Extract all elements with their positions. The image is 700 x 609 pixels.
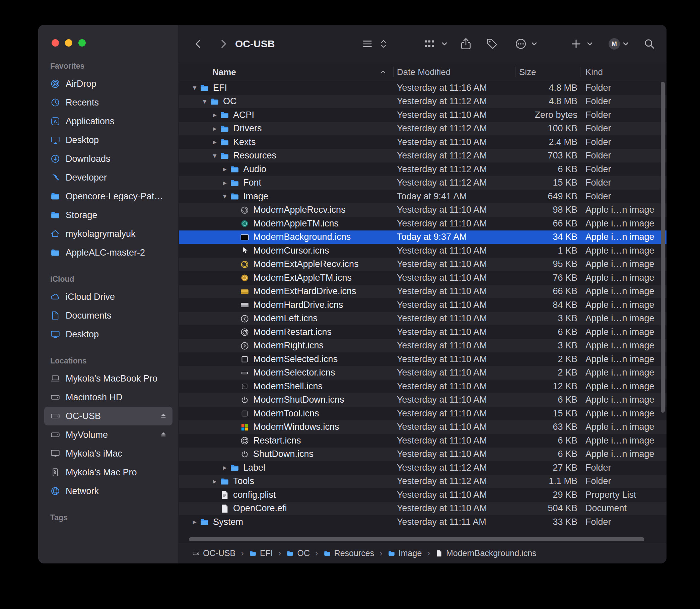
sidebar-item-mykola-s-mac-pro[interactable]: Mykola’s Mac Pro	[44, 463, 173, 482]
path-item-modernbackground-icns[interactable]: ModernBackground.icns	[435, 549, 537, 558]
disclosure-closed-icon[interactable]: ▸	[221, 461, 229, 475]
vertical-scrollbar[interactable]	[661, 82, 665, 413]
file-row-restart-icns[interactable]: Restart.icnsYesterday at 11:10 AM6 KBApp…	[179, 434, 666, 448]
search-button[interactable]	[642, 25, 657, 63]
file-size: 6 KB	[497, 448, 577, 461]
file-row-modernextharddrive-icns[interactable]: ModernExtHardDrive.icnsYesterday at 11:1…	[179, 285, 666, 298]
share-button[interactable]	[458, 25, 473, 63]
column-header-date-modified[interactable]: Date Modified	[397, 63, 451, 81]
horizontal-scrollbar[interactable]	[189, 537, 644, 541]
file-row-moderntool-icns[interactable]: ModernTool.icnsYesterday at 11:10 AM15 K…	[179, 407, 666, 420]
view-sort-toggle[interactable]	[376, 25, 391, 63]
path-item-oc-usb[interactable]: OC-USB	[192, 549, 235, 558]
path-item-oc[interactable]: OC	[286, 549, 310, 558]
sidebar-item-mykola-s-imac[interactable]: Mykola’s iMac	[44, 444, 173, 463]
disclosure-closed-icon[interactable]: ▸	[221, 176, 229, 190]
column-header-size[interactable]: Size	[519, 63, 536, 81]
file-row-label[interactable]: ▸LabelYesterday at 11:12 AM27 KBFolder	[179, 461, 666, 475]
new-item-chevron[interactable]	[582, 25, 597, 63]
file-row-tools[interactable]: ▸ToolsYesterday at 11:12 AM1.1 MBFolder	[179, 475, 666, 488]
column-header-kind[interactable]: Kind	[585, 63, 603, 81]
forward-button[interactable]	[216, 25, 231, 63]
file-row-modernright-icns[interactable]: ModernRight.icnsYesterday at 11:10 AM3 K…	[179, 339, 666, 353]
file-row-modernwindows-icns[interactable]: ModernWindows.icnsYesterday at 11:10 AM6…	[179, 420, 666, 434]
sidebar-item-applealc-master-2[interactable]: AppleALC-master-2	[44, 243, 173, 262]
file-row-modernselected-icns[interactable]: ModernSelected.icnsYesterday at 11:10 AM…	[179, 352, 666, 366]
close-button[interactable]	[52, 39, 59, 47]
column-header-name[interactable]: Name	[212, 63, 236, 81]
file-row-modernextappletm-icns[interactable]: ModernExtAppleTM.icnsYesterday at 11:10 …	[179, 271, 666, 285]
file-row-resources[interactable]: ▾ResourcesYesterday at 11:12 AM703 KBFol…	[179, 149, 666, 163]
tags-button[interactable]	[485, 25, 500, 63]
path-item-efi[interactable]: EFI	[249, 549, 273, 558]
file-row-acpi[interactable]: ▸ACPIYesterday at 11:10 AMZero bytesFold…	[179, 108, 666, 122]
file-row-image[interactable]: ▾ImageToday at 9:41 AM649 KBFolder	[179, 190, 666, 203]
path-item-image[interactable]: Image	[388, 549, 422, 558]
disclosure-open-icon[interactable]: ▾	[210, 149, 219, 163]
group-button[interactable]	[422, 25, 437, 63]
disclosure-closed-icon[interactable]: ▸	[210, 135, 219, 149]
more-actions-chevron[interactable]	[527, 25, 542, 63]
file-row-modernselector-icns[interactable]: ModernSelector.icnsYesterday at 11:10 AM…	[179, 366, 666, 380]
file-size: 12 KB	[497, 380, 577, 393]
sidebar-item-airdrop[interactable]: AirDrop	[44, 74, 173, 93]
disclosure-open-icon[interactable]: ▾	[221, 190, 229, 203]
sidebar-item-myvolume[interactable]: MyVolume	[44, 425, 173, 444]
sidebar-item-mykola-s-macbook-pro[interactable]: Mykola’s MacBook Pro	[44, 369, 173, 388]
new-item-button[interactable]	[569, 25, 583, 63]
file-row-modernharddrive-icns[interactable]: ModernHardDrive.icnsYesterday at 11:10 A…	[179, 298, 666, 312]
file-row-font[interactable]: ▸FontYesterday at 11:12 AM15 KBFolder	[179, 176, 666, 190]
sidebar-item-recents[interactable]: Recents	[44, 93, 173, 112]
file-row-modernshutdown-icns[interactable]: ModernShutDown.icnsYesterday at 11:10 AM…	[179, 393, 666, 407]
file-row-modernleft-icns[interactable]: ModernLeft.icnsYesterday at 11:10 AM3 KB…	[179, 312, 666, 326]
file-row-modernextapplerecv-icns[interactable]: ModernExtAppleRecv.icnsYesterday at 11:1…	[179, 258, 666, 271]
file-row-modernbackground-icns[interactable]: ModernBackground.icnsToday at 9:37 AM34 …	[179, 230, 666, 244]
file-row-system[interactable]: ▸SystemYesterday at 11:11 AM33 KBFolder	[179, 515, 666, 529]
account-chevron[interactable]	[618, 25, 633, 63]
chevron-left-icon	[192, 37, 205, 50]
sidebar-item-developer[interactable]: Developer	[44, 168, 173, 187]
disclosure-open-icon[interactable]: ▾	[200, 95, 209, 108]
sidebar-item-opencore-legacy-pat[interactable]: Opencore-Legacy-Pat…	[44, 187, 173, 206]
sidebar-item-icloud-drive[interactable]: iCloud Drive	[44, 288, 173, 306]
file-row-drivers[interactable]: ▸DriversYesterday at 11:12 AM100 KBFolde…	[179, 122, 666, 136]
file-row-config-plist[interactable]: config.plistYesterday at 11:10 AM29 KBPr…	[179, 488, 666, 502]
eject-icon[interactable]	[159, 412, 168, 420]
more-actions-button[interactable]	[513, 25, 528, 63]
sidebar-item-documents[interactable]: Documents	[44, 306, 173, 325]
disclosure-open-icon[interactable]: ▾	[190, 81, 199, 95]
file-row-modernshell-icns[interactable]: ModernShell.icnsYesterday at 11:10 AM12 …	[179, 380, 666, 393]
file-row-audio[interactable]: ▸AudioYesterday at 11:12 AM6 KBFolder	[179, 162, 666, 176]
file-row-efi[interactable]: ▾EFIYesterday at 11:16 AM4.8 MBFolder	[179, 81, 666, 95]
file-row-modernappletm-icns[interactable]: ModernAppleTM.icnsYesterday at 11:10 AM6…	[179, 217, 666, 230]
sidebar-item-storage[interactable]: Storage	[44, 206, 173, 224]
file-row-moderncursor-icns[interactable]: ModernCursor.icnsYesterday at 11:10 AM1 …	[179, 244, 666, 258]
sidebar-item-desktop[interactable]: Desktop	[44, 130, 173, 150]
chevron-down-icon	[440, 39, 449, 49]
group-chevron[interactable]	[437, 25, 452, 63]
file-row-oc[interactable]: ▾OCYesterday at 11:12 AM4.8 MBFolder	[179, 95, 666, 108]
file-row-kexts[interactable]: ▸KextsYesterday at 11:10 AM2.4 MBFolder	[179, 135, 666, 149]
disclosure-closed-icon[interactable]: ▸	[210, 108, 219, 122]
sidebar-item-applications[interactable]: AApplications	[44, 112, 173, 130]
file-row-modernapplerecv-icns[interactable]: ModernAppleRecv.icnsYesterday at 11:10 A…	[179, 203, 666, 217]
view-list-button[interactable]	[360, 25, 375, 63]
file-row-opencore-efi[interactable]: OpenCore.efiYesterday at 11:10 AM504 KBD…	[179, 502, 666, 516]
sidebar-item-network[interactable]: Network	[44, 482, 173, 501]
path-item-resources[interactable]: Resources	[323, 549, 374, 558]
disclosure-closed-icon[interactable]: ▸	[210, 475, 219, 488]
file-row-modernrestart-icns[interactable]: ModernRestart.icnsYesterday at 11:10 AM6…	[179, 325, 666, 339]
sidebar-item-mykolagrymalyuk[interactable]: mykolagrymalyuk	[44, 224, 173, 243]
sidebar-item-oc-usb[interactable]: OC-USB	[44, 407, 173, 425]
sidebar-item-desktop[interactable]: Desktop	[44, 325, 173, 344]
eject-icon[interactable]	[159, 431, 168, 439]
disclosure-closed-icon[interactable]: ▸	[221, 162, 229, 176]
sidebar-item-downloads[interactable]: Downloads	[44, 150, 173, 168]
disclosure-closed-icon[interactable]: ▸	[210, 122, 219, 136]
file-row-shutdown-icns[interactable]: ShutDown.icnsYesterday at 11:10 AM6 KBAp…	[179, 448, 666, 461]
back-button[interactable]	[191, 25, 206, 63]
disclosure-closed-icon[interactable]: ▸	[190, 515, 199, 529]
minimize-button[interactable]	[65, 39, 72, 47]
sidebar-item-macintosh-hd[interactable]: Macintosh HD	[44, 388, 173, 407]
fullscreen-button[interactable]	[78, 39, 86, 47]
